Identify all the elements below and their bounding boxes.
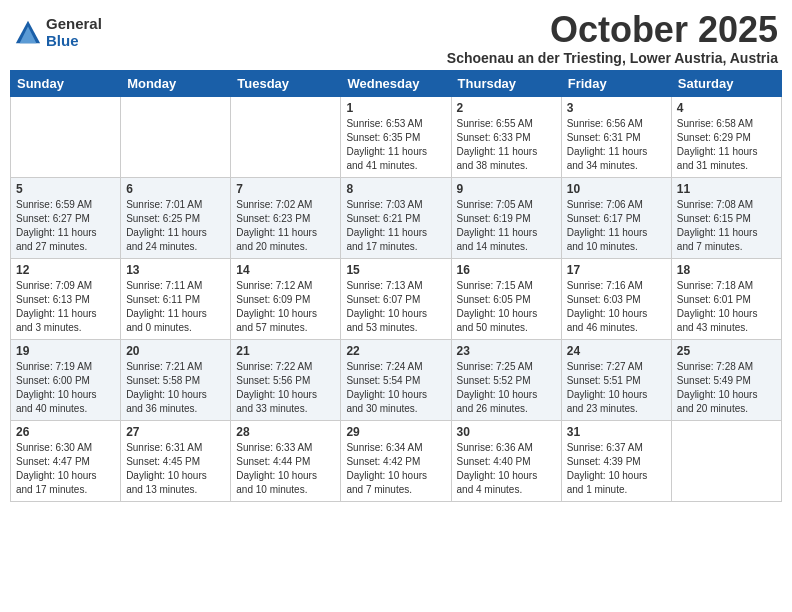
day-number: 20: [126, 344, 225, 358]
calendar-day-13: 13Sunrise: 7:11 AMSunset: 6:11 PMDayligh…: [121, 258, 231, 339]
day-info-text: Daylight: 11 hours and 38 minutes.: [457, 145, 556, 173]
logo: General Blue: [14, 16, 102, 49]
day-info-text: Daylight: 11 hours and 34 minutes.: [567, 145, 666, 173]
day-info-text: Sunrise: 7:22 AM: [236, 360, 335, 374]
day-info-text: Sunset: 6:11 PM: [126, 293, 225, 307]
calendar-day-3: 3Sunrise: 6:56 AMSunset: 6:31 PMDaylight…: [561, 96, 671, 177]
day-info-text: Daylight: 10 hours and 50 minutes.: [457, 307, 556, 335]
logo-general-text: General: [46, 16, 102, 33]
day-info-text: Sunrise: 7:01 AM: [126, 198, 225, 212]
day-number: 7: [236, 182, 335, 196]
day-info-text: Daylight: 10 hours and 30 minutes.: [346, 388, 445, 416]
day-number: 21: [236, 344, 335, 358]
day-info-text: Daylight: 11 hours and 31 minutes.: [677, 145, 776, 173]
day-number: 11: [677, 182, 776, 196]
day-number: 24: [567, 344, 666, 358]
day-header-wednesday: Wednesday: [341, 70, 451, 96]
calendar-empty-cell: [121, 96, 231, 177]
day-number: 8: [346, 182, 445, 196]
day-info-text: Daylight: 11 hours and 14 minutes.: [457, 226, 556, 254]
day-info-text: Daylight: 11 hours and 27 minutes.: [16, 226, 115, 254]
day-number: 1: [346, 101, 445, 115]
day-info-text: Sunset: 6:23 PM: [236, 212, 335, 226]
day-info-text: Sunrise: 7:12 AM: [236, 279, 335, 293]
day-info-text: Sunset: 4:44 PM: [236, 455, 335, 469]
calendar-table: SundayMondayTuesdayWednesdayThursdayFrid…: [10, 70, 782, 502]
day-info-text: Daylight: 11 hours and 7 minutes.: [677, 226, 776, 254]
day-header-sunday: Sunday: [11, 70, 121, 96]
calendar-day-29: 29Sunrise: 6:34 AMSunset: 4:42 PMDayligh…: [341, 420, 451, 501]
day-number: 16: [457, 263, 556, 277]
day-info-text: Sunrise: 6:36 AM: [457, 441, 556, 455]
day-number: 15: [346, 263, 445, 277]
logo-icon: [14, 19, 42, 47]
day-info-text: Sunset: 6:03 PM: [567, 293, 666, 307]
day-info-text: Sunset: 5:56 PM: [236, 374, 335, 388]
day-info-text: Daylight: 10 hours and 33 minutes.: [236, 388, 335, 416]
day-info-text: Daylight: 10 hours and 40 minutes.: [16, 388, 115, 416]
calendar-day-2: 2Sunrise: 6:55 AMSunset: 6:33 PMDaylight…: [451, 96, 561, 177]
calendar-day-17: 17Sunrise: 7:16 AMSunset: 6:03 PMDayligh…: [561, 258, 671, 339]
calendar-day-5: 5Sunrise: 6:59 AMSunset: 6:27 PMDaylight…: [11, 177, 121, 258]
day-info-text: Sunrise: 7:05 AM: [457, 198, 556, 212]
day-number: 28: [236, 425, 335, 439]
calendar-empty-cell: [11, 96, 121, 177]
day-info-text: Sunset: 5:58 PM: [126, 374, 225, 388]
day-info-text: Sunrise: 7:27 AM: [567, 360, 666, 374]
day-info-text: Sunset: 6:17 PM: [567, 212, 666, 226]
day-info-text: Sunrise: 7:13 AM: [346, 279, 445, 293]
day-info-text: Sunset: 5:54 PM: [346, 374, 445, 388]
day-info-text: Sunrise: 7:06 AM: [567, 198, 666, 212]
day-info-text: Sunrise: 7:28 AM: [677, 360, 776, 374]
day-info-text: Sunrise: 6:55 AM: [457, 117, 556, 131]
day-number: 9: [457, 182, 556, 196]
day-header-friday: Friday: [561, 70, 671, 96]
day-info-text: Daylight: 10 hours and 26 minutes.: [457, 388, 556, 416]
month-title: October 2025: [447, 10, 778, 50]
day-info-text: Sunset: 6:05 PM: [457, 293, 556, 307]
day-info-text: Sunrise: 6:53 AM: [346, 117, 445, 131]
day-header-saturday: Saturday: [671, 70, 781, 96]
day-info-text: Sunset: 6:15 PM: [677, 212, 776, 226]
calendar-day-14: 14Sunrise: 7:12 AMSunset: 6:09 PMDayligh…: [231, 258, 341, 339]
calendar-day-6: 6Sunrise: 7:01 AMSunset: 6:25 PMDaylight…: [121, 177, 231, 258]
day-info-text: Sunset: 6:09 PM: [236, 293, 335, 307]
day-info-text: Sunrise: 7:24 AM: [346, 360, 445, 374]
calendar-day-7: 7Sunrise: 7:02 AMSunset: 6:23 PMDaylight…: [231, 177, 341, 258]
day-number: 4: [677, 101, 776, 115]
day-info-text: Sunset: 4:39 PM: [567, 455, 666, 469]
day-info-text: Sunrise: 7:03 AM: [346, 198, 445, 212]
day-info-text: Daylight: 10 hours and 43 minutes.: [677, 307, 776, 335]
day-info-text: Sunrise: 7:16 AM: [567, 279, 666, 293]
calendar-day-4: 4Sunrise: 6:58 AMSunset: 6:29 PMDaylight…: [671, 96, 781, 177]
calendar-day-11: 11Sunrise: 7:08 AMSunset: 6:15 PMDayligh…: [671, 177, 781, 258]
day-number: 27: [126, 425, 225, 439]
day-info-text: Sunrise: 6:56 AM: [567, 117, 666, 131]
day-info-text: Daylight: 10 hours and 4 minutes.: [457, 469, 556, 497]
day-info-text: Daylight: 11 hours and 20 minutes.: [236, 226, 335, 254]
day-info-text: Sunrise: 7:21 AM: [126, 360, 225, 374]
calendar-day-15: 15Sunrise: 7:13 AMSunset: 6:07 PMDayligh…: [341, 258, 451, 339]
calendar-day-10: 10Sunrise: 7:06 AMSunset: 6:17 PMDayligh…: [561, 177, 671, 258]
calendar-empty-cell: [671, 420, 781, 501]
day-info-text: Daylight: 10 hours and 10 minutes.: [236, 469, 335, 497]
day-info-text: Daylight: 10 hours and 46 minutes.: [567, 307, 666, 335]
day-header-monday: Monday: [121, 70, 231, 96]
day-number: 23: [457, 344, 556, 358]
day-info-text: Daylight: 10 hours and 53 minutes.: [346, 307, 445, 335]
day-info-text: Daylight: 10 hours and 36 minutes.: [126, 388, 225, 416]
day-info-text: Sunset: 5:52 PM: [457, 374, 556, 388]
day-info-text: Daylight: 11 hours and 24 minutes.: [126, 226, 225, 254]
day-number: 29: [346, 425, 445, 439]
day-info-text: Sunset: 6:31 PM: [567, 131, 666, 145]
calendar-day-24: 24Sunrise: 7:27 AMSunset: 5:51 PMDayligh…: [561, 339, 671, 420]
day-number: 6: [126, 182, 225, 196]
day-info-text: Daylight: 10 hours and 1 minute.: [567, 469, 666, 497]
calendar-week-row: 1Sunrise: 6:53 AMSunset: 6:35 PMDaylight…: [11, 96, 782, 177]
calendar-day-25: 25Sunrise: 7:28 AMSunset: 5:49 PMDayligh…: [671, 339, 781, 420]
calendar-day-1: 1Sunrise: 6:53 AMSunset: 6:35 PMDaylight…: [341, 96, 451, 177]
day-number: 10: [567, 182, 666, 196]
calendar-day-12: 12Sunrise: 7:09 AMSunset: 6:13 PMDayligh…: [11, 258, 121, 339]
day-info-text: Sunrise: 7:11 AM: [126, 279, 225, 293]
calendar-day-30: 30Sunrise: 6:36 AMSunset: 4:40 PMDayligh…: [451, 420, 561, 501]
